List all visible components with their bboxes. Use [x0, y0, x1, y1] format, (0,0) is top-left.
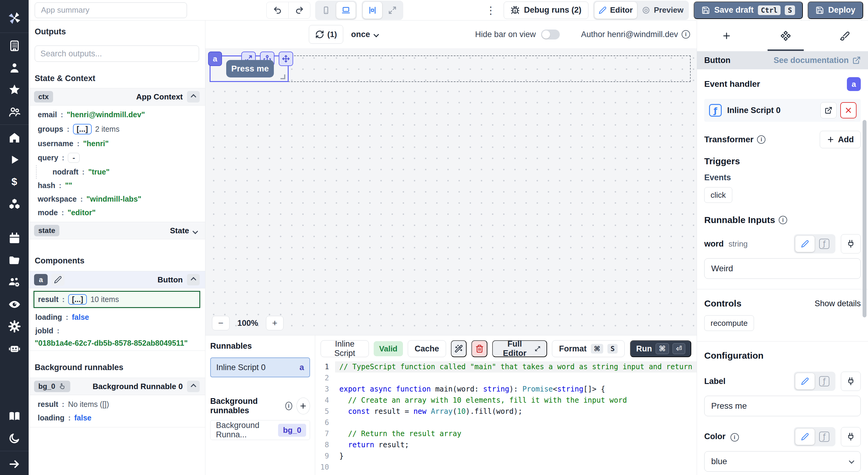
recompute-chip[interactable]: recompute	[704, 315, 754, 331]
code-line[interactable]: 2	[315, 373, 697, 384]
expand-object-badge[interactable]: -	[68, 153, 79, 163]
state-group-header[interactable]: state State	[29, 222, 205, 239]
connect-plug-button[interactable]	[841, 234, 861, 253]
inline-script-tab[interactable]: Inline Script	[320, 340, 369, 357]
run-button[interactable]: Run ⌘⏎	[630, 340, 691, 357]
runnable-item-selected[interactable]: Inline Script 0 a	[210, 358, 310, 377]
code-area[interactable]: 1// TypeScript function called "main" th…	[315, 361, 697, 473]
connect-plug-button[interactable]	[841, 427, 861, 446]
workers-users-gear-icon[interactable]	[0, 271, 29, 293]
button-collapse-button[interactable]	[187, 274, 200, 285]
resources-cubes-icon[interactable]	[0, 193, 29, 214]
code-line[interactable]: 1// TypeScript function called "main" th…	[315, 361, 697, 373]
tab-preview[interactable]: Preview	[638, 2, 688, 19]
more-menu-kebab-icon[interactable]: ⋮	[483, 7, 499, 13]
audit-eye-icon[interactable]	[0, 293, 29, 315]
code-line[interactable]: 6	[315, 417, 697, 428]
code-line[interactable]: 7 // Return the result array	[315, 428, 697, 439]
windmill-logo-icon[interactable]	[0, 5, 29, 31]
format-button[interactable]: Format ⌘S	[552, 340, 625, 357]
bg-runnable-item[interactable]: Background Runna... bg_0	[210, 420, 310, 440]
ctx-collapse-button[interactable]	[187, 91, 200, 102]
favorites-star-icon[interactable]	[0, 79, 29, 101]
mobile-view-button[interactable]	[316, 2, 336, 19]
info-icon[interactable]: i	[779, 216, 787, 224]
code-line[interactable]: 3export async function main(word: string…	[315, 384, 697, 395]
tab-editor[interactable]: Editor	[594, 2, 637, 19]
button-component-selected[interactable]: a Press me	[210, 56, 289, 82]
add-transformer-button[interactable]: Add	[820, 131, 861, 148]
cache-button[interactable]: Cache	[408, 340, 446, 357]
label-value-input[interactable]	[704, 396, 861, 416]
runs-play-icon[interactable]	[0, 148, 29, 171]
result-highlight[interactable]: result:[...]10 items	[33, 291, 200, 308]
undo-button[interactable]	[267, 2, 288, 19]
refresh-mode-dropdown[interactable]: once	[351, 30, 378, 39]
full-editor-button[interactable]: Full Editor	[492, 340, 548, 357]
delete-script-button[interactable]	[471, 340, 487, 357]
button-component-header[interactable]: a Button	[29, 271, 205, 289]
expand-array-badge[interactable]: [...]	[73, 124, 92, 134]
refresh-runnables-button[interactable]: (1)	[309, 25, 343, 44]
hide-bar-toggle[interactable]	[541, 30, 560, 39]
scrollbar-thumb[interactable]	[863, 120, 867, 317]
press-me-button[interactable]: Press me	[226, 60, 274, 77]
move-component-button[interactable]	[279, 52, 293, 66]
expression-mode-button[interactable]: ƒ	[815, 373, 834, 389]
show-details-link[interactable]: Show details	[815, 299, 861, 308]
docs-book-icon[interactable]	[0, 405, 29, 427]
rename-pencil-icon[interactable]	[51, 274, 65, 286]
click-event-chip[interactable]: click	[704, 187, 732, 203]
component-id-tag[interactable]: a	[208, 52, 222, 66]
see-documentation-link[interactable]: See documentation	[774, 56, 861, 65]
ai-wand-button[interactable]	[451, 340, 467, 357]
tab-insert-component[interactable]	[709, 21, 745, 51]
state-expand-button[interactable]	[193, 226, 200, 235]
user-icon[interactable]	[0, 57, 29, 79]
static-mode-button[interactable]	[795, 373, 815, 389]
color-select[interactable]: blue	[704, 451, 861, 472]
variables-dollar-icon[interactable]: $	[0, 171, 29, 193]
search-outputs-input[interactable]	[35, 45, 199, 62]
workspace-building-icon[interactable]	[0, 35, 29, 57]
folders-icon[interactable]	[0, 249, 29, 271]
schedules-calendar-icon[interactable]	[0, 227, 29, 249]
static-mode-button[interactable]	[795, 429, 815, 445]
static-mode-button[interactable]	[795, 236, 815, 252]
code-line[interactable]: 4 // Create an array with 10 elements, f…	[315, 395, 697, 406]
word-value-input[interactable]	[704, 258, 861, 279]
fullscreen-button[interactable]	[383, 2, 402, 19]
collapse-rail-arrow-icon[interactable]	[0, 453, 29, 475]
bg0-collapse-button[interactable]	[187, 381, 200, 392]
info-icon[interactable]: i	[285, 402, 292, 410]
redo-button[interactable]	[288, 2, 310, 19]
zoom-in-button[interactable]: +	[266, 316, 283, 330]
tab-styling[interactable]	[827, 21, 863, 51]
bg0-group-header[interactable]: bg_0 Background Runnable 0	[29, 378, 205, 395]
ctx-group-header[interactable]: ctx App Context	[29, 88, 205, 105]
add-bg-runnable-button[interactable]	[297, 398, 310, 414]
remove-script-button[interactable]	[840, 102, 857, 118]
expression-mode-button[interactable]: ƒ	[815, 429, 834, 445]
app-summary-input[interactable]	[35, 2, 187, 18]
settings-gear-icon[interactable]	[0, 315, 29, 337]
connect-plug-button[interactable]	[841, 372, 861, 391]
expand-array-badge[interactable]: [...]	[68, 294, 87, 305]
expression-mode-button[interactable]: ƒ	[815, 236, 834, 252]
event-handler-script-row[interactable]: ƒ Inline Script 0	[704, 99, 861, 122]
info-icon[interactable]: i	[682, 30, 690, 39]
open-script-button[interactable]	[820, 102, 837, 118]
dark-mode-moon-icon[interactable]	[0, 427, 29, 449]
code-line[interactable]: 10	[315, 462, 697, 473]
ai-robot-icon[interactable]	[0, 337, 29, 359]
debug-runs-button[interactable]: Debug runs (2)	[504, 1, 588, 19]
code-line[interactable]: 9}	[315, 450, 697, 462]
groups-icon[interactable]	[0, 101, 29, 123]
code-line[interactable]: 5 const result = new Array(10).fill(word…	[315, 406, 697, 417]
center-align-button[interactable]	[363, 2, 382, 19]
tab-component-settings[interactable]	[768, 21, 804, 51]
deploy-button[interactable]: Deploy	[808, 1, 863, 19]
desktop-view-button[interactable]	[336, 2, 355, 19]
info-icon[interactable]: i	[731, 433, 739, 442]
app-canvas[interactable]: a Press me − 100% +	[206, 48, 697, 335]
